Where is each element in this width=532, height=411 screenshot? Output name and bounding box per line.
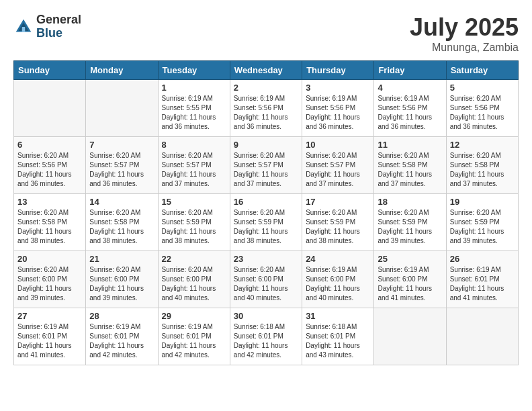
day-number: 31	[306, 311, 370, 321]
calendar-cell: 8Sunrise: 6:20 AM Sunset: 5:57 PM Daylig…	[158, 137, 230, 194]
page-header: General Blue July 2025 Mununga, Zambia	[13, 13, 519, 54]
svg-rect-2	[22, 27, 26, 32]
day-number: 3	[306, 83, 370, 93]
day-detail: Sunrise: 6:20 AM Sunset: 6:00 PM Dayligh…	[17, 265, 82, 303]
day-detail: Sunrise: 6:19 AM Sunset: 6:01 PM Dayligh…	[162, 322, 226, 360]
day-number: 28	[89, 311, 154, 321]
calendar-cell: 22Sunrise: 6:20 AM Sunset: 6:00 PM Dayli…	[158, 251, 230, 308]
day-detail: Sunrise: 6:19 AM Sunset: 5:56 PM Dayligh…	[378, 94, 442, 132]
day-header-friday: Friday	[374, 61, 446, 80]
day-number: 12	[450, 140, 515, 150]
day-detail: Sunrise: 6:19 AM Sunset: 6:01 PM Dayligh…	[17, 322, 82, 360]
calendar-cell: 23Sunrise: 6:20 AM Sunset: 6:00 PM Dayli…	[230, 251, 302, 308]
calendar-cell: 21Sunrise: 6:20 AM Sunset: 6:00 PM Dayli…	[86, 251, 158, 308]
calendar-cell: 14Sunrise: 6:20 AM Sunset: 5:58 PM Dayli…	[86, 194, 158, 251]
day-detail: Sunrise: 6:20 AM Sunset: 5:59 PM Dayligh…	[234, 208, 298, 246]
day-detail: Sunrise: 6:19 AM Sunset: 5:56 PM Dayligh…	[306, 94, 370, 132]
day-detail: Sunrise: 6:20 AM Sunset: 5:59 PM Dayligh…	[378, 208, 442, 246]
day-detail: Sunrise: 6:20 AM Sunset: 5:59 PM Dayligh…	[162, 208, 226, 246]
day-number: 8	[162, 140, 226, 150]
calendar-week-row: 1Sunrise: 6:19 AM Sunset: 5:55 PM Daylig…	[14, 80, 519, 137]
day-detail: Sunrise: 6:20 AM Sunset: 5:59 PM Dayligh…	[450, 208, 515, 246]
day-detail: Sunrise: 6:18 AM Sunset: 6:01 PM Dayligh…	[306, 322, 370, 360]
day-number: 7	[89, 140, 154, 150]
day-detail: Sunrise: 6:20 AM Sunset: 5:56 PM Dayligh…	[17, 151, 82, 189]
day-detail: Sunrise: 6:19 AM Sunset: 5:55 PM Dayligh…	[162, 94, 226, 132]
day-header-saturday: Saturday	[446, 61, 518, 80]
day-number: 17	[306, 197, 370, 207]
day-number: 21	[89, 254, 154, 264]
day-detail: Sunrise: 6:20 AM Sunset: 5:59 PM Dayligh…	[306, 208, 370, 246]
day-number: 20	[17, 254, 82, 264]
calendar-cell: 7Sunrise: 6:20 AM Sunset: 5:57 PM Daylig…	[86, 137, 158, 194]
logo-blue-text: Blue	[36, 27, 81, 40]
day-number: 29	[162, 311, 226, 321]
day-detail: Sunrise: 6:18 AM Sunset: 6:01 PM Dayligh…	[234, 322, 298, 360]
calendar-cell: 24Sunrise: 6:19 AM Sunset: 6:00 PM Dayli…	[302, 251, 374, 308]
calendar-cell: 18Sunrise: 6:20 AM Sunset: 5:59 PM Dayli…	[374, 194, 446, 251]
day-number: 11	[378, 140, 442, 150]
day-detail: Sunrise: 6:20 AM Sunset: 5:58 PM Dayligh…	[378, 151, 442, 189]
day-number: 26	[450, 254, 515, 264]
calendar-cell: 1Sunrise: 6:19 AM Sunset: 5:55 PM Daylig…	[158, 80, 230, 137]
day-detail: Sunrise: 6:20 AM Sunset: 5:58 PM Dayligh…	[450, 151, 515, 189]
day-header-sunday: Sunday	[14, 61, 86, 80]
location-subtitle: Mununga, Zambia	[410, 42, 519, 54]
day-number: 23	[234, 254, 298, 264]
calendar-cell: 4Sunrise: 6:19 AM Sunset: 5:56 PM Daylig…	[374, 80, 446, 137]
calendar-cell: 6Sunrise: 6:20 AM Sunset: 5:56 PM Daylig…	[14, 137, 86, 194]
day-detail: Sunrise: 6:19 AM Sunset: 6:00 PM Dayligh…	[306, 265, 370, 303]
day-number: 14	[89, 197, 154, 207]
day-number: 27	[17, 311, 82, 321]
calendar-cell	[86, 80, 158, 137]
day-number: 18	[378, 197, 442, 207]
calendar-cell: 30Sunrise: 6:18 AM Sunset: 6:01 PM Dayli…	[230, 308, 302, 365]
calendar-header-row: SundayMondayTuesdayWednesdayThursdayFrid…	[14, 61, 519, 80]
day-number: 19	[450, 197, 515, 207]
day-number: 9	[234, 140, 298, 150]
day-number: 22	[162, 254, 226, 264]
logo-icon	[13, 17, 34, 37]
day-header-thursday: Thursday	[302, 61, 374, 80]
day-detail: Sunrise: 6:20 AM Sunset: 5:57 PM Dayligh…	[89, 151, 154, 189]
month-title: July 2025	[410, 13, 519, 42]
day-number: 2	[234, 83, 298, 93]
calendar-week-row: 27Sunrise: 6:19 AM Sunset: 6:01 PM Dayli…	[14, 308, 519, 365]
day-detail: Sunrise: 6:20 AM Sunset: 5:56 PM Dayligh…	[450, 94, 515, 132]
calendar-cell: 27Sunrise: 6:19 AM Sunset: 6:01 PM Dayli…	[14, 308, 86, 365]
calendar-cell: 9Sunrise: 6:20 AM Sunset: 5:57 PM Daylig…	[230, 137, 302, 194]
day-detail: Sunrise: 6:19 AM Sunset: 6:00 PM Dayligh…	[378, 265, 442, 303]
day-detail: Sunrise: 6:20 AM Sunset: 5:57 PM Dayligh…	[234, 151, 298, 189]
day-detail: Sunrise: 6:20 AM Sunset: 5:57 PM Dayligh…	[306, 151, 370, 189]
logo-general-text: General	[36, 13, 81, 27]
calendar-week-row: 13Sunrise: 6:20 AM Sunset: 5:58 PM Dayli…	[14, 194, 519, 251]
calendar-cell: 26Sunrise: 6:19 AM Sunset: 6:01 PM Dayli…	[446, 251, 518, 308]
calendar-cell: 17Sunrise: 6:20 AM Sunset: 5:59 PM Dayli…	[302, 194, 374, 251]
day-detail: Sunrise: 6:20 AM Sunset: 6:00 PM Dayligh…	[234, 265, 298, 303]
day-detail: Sunrise: 6:19 AM Sunset: 5:56 PM Dayligh…	[234, 94, 298, 132]
logo-text: General Blue	[36, 13, 81, 40]
title-block: July 2025 Mununga, Zambia	[410, 13, 519, 54]
calendar-cell: 5Sunrise: 6:20 AM Sunset: 5:56 PM Daylig…	[446, 80, 518, 137]
day-number: 1	[162, 83, 226, 93]
calendar-cell: 12Sunrise: 6:20 AM Sunset: 5:58 PM Dayli…	[446, 137, 518, 194]
calendar-cell: 19Sunrise: 6:20 AM Sunset: 5:59 PM Dayli…	[446, 194, 518, 251]
day-number: 13	[17, 197, 82, 207]
day-detail: Sunrise: 6:20 AM Sunset: 6:00 PM Dayligh…	[89, 265, 154, 303]
day-number: 10	[306, 140, 370, 150]
day-detail: Sunrise: 6:19 AM Sunset: 6:01 PM Dayligh…	[450, 265, 515, 303]
calendar-cell: 11Sunrise: 6:20 AM Sunset: 5:58 PM Dayli…	[374, 137, 446, 194]
day-detail: Sunrise: 6:19 AM Sunset: 6:01 PM Dayligh…	[89, 322, 154, 360]
day-number: 6	[17, 140, 82, 150]
day-number: 16	[234, 197, 298, 207]
calendar-cell: 20Sunrise: 6:20 AM Sunset: 6:00 PM Dayli…	[14, 251, 86, 308]
day-detail: Sunrise: 6:20 AM Sunset: 5:58 PM Dayligh…	[89, 208, 154, 246]
day-number: 4	[378, 83, 442, 93]
day-number: 25	[378, 254, 442, 264]
day-number: 15	[162, 197, 226, 207]
day-number: 24	[306, 254, 370, 264]
calendar-cell: 28Sunrise: 6:19 AM Sunset: 6:01 PM Dayli…	[86, 308, 158, 365]
day-detail: Sunrise: 6:20 AM Sunset: 6:00 PM Dayligh…	[162, 265, 226, 303]
day-detail: Sunrise: 6:20 AM Sunset: 5:57 PM Dayligh…	[162, 151, 226, 189]
calendar-cell: 15Sunrise: 6:20 AM Sunset: 5:59 PM Dayli…	[158, 194, 230, 251]
